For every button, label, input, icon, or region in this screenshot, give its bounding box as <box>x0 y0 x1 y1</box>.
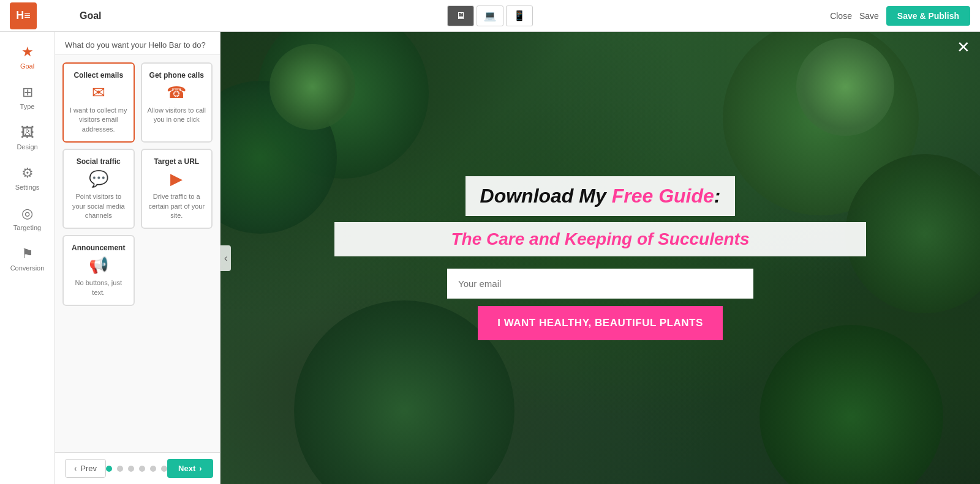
hb-logo: H≡ <box>10 2 37 29</box>
next-label: Next <box>178 464 195 473</box>
announcement-icon: 📢 <box>89 256 108 275</box>
top-bar: H≡ Goal 🖥 💻 📱 Close Save Save & Publish <box>0 0 980 32</box>
next-chevron-icon: › <box>199 464 202 473</box>
headline-pink-text: Free Guide <box>612 185 714 207</box>
next-button[interactable]: Next › <box>167 459 213 478</box>
mobile-device-btn[interactable]: 📱 <box>506 6 533 26</box>
conversion-icon: ⚑ <box>21 246 34 262</box>
left-panel: What do you want your Hello Bar to do? C… <box>55 32 221 484</box>
sidebar-label-type: Type <box>20 103 35 110</box>
subheadline-box: The Care and Keeping of Succulents <box>334 222 866 256</box>
preview-area: ✕ Download My Free Guide: The Care and K… <box>221 32 980 484</box>
sidebar-label-conversion: Conversion <box>10 264 45 272</box>
close-button[interactable]: Close <box>830 11 852 21</box>
dot-5 <box>150 466 156 472</box>
goal-card-get-phone[interactable]: Get phone calls ☎ Allow visitors to call… <box>141 62 213 143</box>
url-icon: ▶ <box>170 169 183 188</box>
email-input[interactable] <box>447 269 753 299</box>
sidebar-item-type[interactable]: ⊞ Type <box>0 78 55 116</box>
sidebar-label-settings: Settings <box>15 184 40 191</box>
goal-card-title-social: Social traffic <box>77 157 121 166</box>
desktop-device-btn[interactable]: 🖥 <box>447 6 474 26</box>
sidebar-label-design: Design <box>17 143 37 151</box>
dot-1 <box>106 466 112 472</box>
sidebar-item-goal[interactable]: ★ Goal <box>0 38 55 76</box>
dot-3 <box>128 466 134 472</box>
sidebar-item-conversion[interactable]: ⚑ Conversion <box>0 240 55 278</box>
sidebar-item-settings[interactable]: ⚙ Settings <box>0 159 55 197</box>
goal-card-social-traffic[interactable]: Social traffic 💬 Point visitors to your … <box>62 149 135 229</box>
device-selector: 🖥 💻 📱 <box>447 6 533 26</box>
goal-card-desc-phone: Allow visitors to call you in one click <box>147 106 207 125</box>
sidebar-item-design[interactable]: 🖼 Design <box>0 119 55 157</box>
dot-6 <box>161 466 167 472</box>
goal-card-desc-url: Drive traffic to a certain part of your … <box>147 192 207 220</box>
sidebar-label-targeting: Targeting <box>13 224 41 231</box>
close-preview-button[interactable]: ✕ <box>957 39 970 55</box>
preview-toggle-button[interactable]: ‹ <box>221 245 231 271</box>
goal-card-desc-announcement: No buttons, just text. <box>69 278 129 297</box>
design-icon: 🖼 <box>21 125 34 141</box>
main-layout: ★ Goal ⊞ Type 🖼 Design ⚙ Settings ◎ Targ… <box>0 32 980 484</box>
dot-4 <box>139 466 145 472</box>
goal-card-title-announcement: Announcement <box>72 244 125 252</box>
prev-label: Prev <box>80 464 97 473</box>
bottom-nav: ‹ Prev Next › <box>55 452 220 484</box>
cta-button[interactable]: I WANT HEALTHY, BEAUTIFUL PLANTS <box>478 306 723 340</box>
left-panel-header: What do you want your Hello Bar to do? <box>55 32 220 55</box>
save-publish-button[interactable]: Save & Publish <box>886 6 970 26</box>
subheadline-text: The Care and Keeping of Succulents <box>451 229 750 248</box>
sidebar-label-goal: Goal <box>20 62 34 70</box>
headline-black-text: Download My <box>480 185 612 207</box>
save-button[interactable]: Save <box>859 11 879 21</box>
goal-card-desc-collect-emails: I want to collect my visitors email addr… <box>69 106 129 134</box>
sidebar-item-targeting[interactable]: ◎ Targeting <box>0 199 55 237</box>
goal-card-collect-emails[interactable]: Collect emails ✉ I want to collect my vi… <box>62 62 135 143</box>
goal-cards: Collect emails ✉ I want to collect my vi… <box>55 55 220 452</box>
dot-2 <box>117 466 123 472</box>
goal-card-title-phone: Get phone calls <box>149 71 204 80</box>
goal-card-target-url[interactable]: Target a URL ▶ Drive traffic to a certai… <box>141 149 213 229</box>
goal-card-title-url: Target a URL <box>154 157 199 166</box>
headline-box: Download My Free Guide: <box>466 176 736 216</box>
star-icon: ★ <box>21 44 34 60</box>
top-bar-title: Goal <box>80 10 102 21</box>
goal-card-title-collect-emails: Collect emails <box>74 71 123 80</box>
preview-content: Download My Free Guide: The Care and Kee… <box>334 176 866 340</box>
sidebar: ★ Goal ⊞ Type 🖼 Design ⚙ Settings ◎ Targ… <box>0 32 55 484</box>
tablet-device-btn[interactable]: 💻 <box>477 6 503 26</box>
headline-colon: : <box>714 185 721 207</box>
goal-card-announcement[interactable]: Announcement 📢 No buttons, just text. <box>62 235 135 306</box>
prev-chevron-icon: ‹ <box>74 464 77 473</box>
type-icon: ⊞ <box>22 84 33 100</box>
top-bar-actions: Close Save Save & Publish <box>830 6 970 26</box>
targeting-icon: ◎ <box>21 206 33 222</box>
social-icon: 💬 <box>89 169 108 188</box>
step-dots <box>106 466 167 472</box>
settings-icon: ⚙ <box>21 165 34 181</box>
email-icon: ✉ <box>92 83 105 102</box>
phone-icon: ☎ <box>167 83 186 102</box>
prev-button[interactable]: ‹ Prev <box>65 459 106 478</box>
goal-card-desc-social: Point visitors to your social media chan… <box>69 192 129 220</box>
